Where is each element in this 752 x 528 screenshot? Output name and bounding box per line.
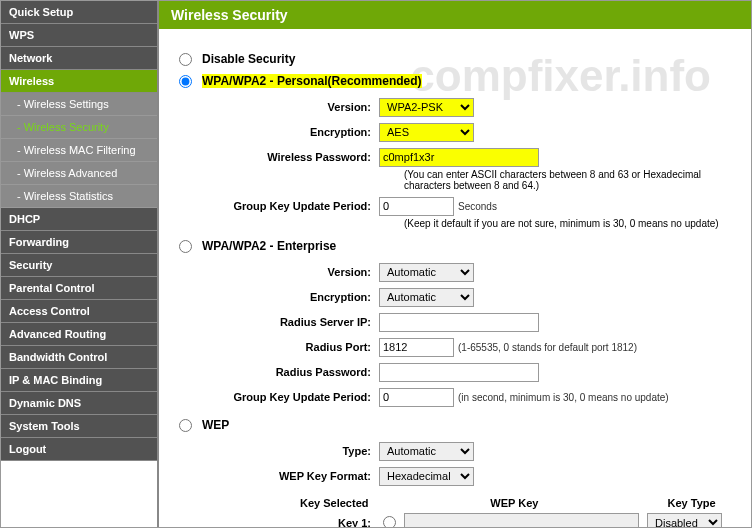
rport-hint: (1-65535, 0 stands for default port 1812…: [458, 342, 637, 353]
rip-label: Radius Server IP:: [204, 316, 379, 328]
sidebar-item[interactable]: Advanced Routing: [1, 323, 157, 346]
gkup-hint: (Keep it default if you are not sure, mi…: [404, 218, 731, 229]
disable-security-label: Disable Security: [202, 52, 295, 66]
sidebar-item[interactable]: Dynamic DNS: [1, 392, 157, 415]
wpa-enterprise-label: WPA/WPA2 - Enterprise: [202, 239, 336, 253]
wep-key-label: Key 1:: [204, 517, 379, 528]
version-label: Version:: [204, 101, 379, 113]
gkup-suffix: Seconds: [458, 201, 497, 212]
wep-type-select[interactable]: Automatic: [379, 442, 474, 461]
e-version-label: Version:: [204, 266, 379, 278]
enterprise-version-select[interactable]: Automatic: [379, 263, 474, 282]
sidebar-item[interactable]: - Wireless Advanced: [1, 162, 157, 185]
sidebar-item[interactable]: Access Control: [1, 300, 157, 323]
wep-key-1-radio[interactable]: [383, 516, 396, 527]
e-gkup-label: Group Key Update Period:: [204, 391, 379, 403]
wpa-enterprise-radio[interactable]: [179, 240, 192, 253]
wep-head-selected: Key Selected: [204, 497, 376, 509]
wep-head-key: WEP Key: [376, 497, 652, 509]
e-gkup-hint: (in second, minimum is 30, 0 means no up…: [458, 392, 669, 403]
encryption-label: Encryption:: [204, 126, 379, 138]
sidebar-item[interactable]: DHCP: [1, 208, 157, 231]
sidebar-item[interactable]: Security: [1, 254, 157, 277]
wep-key-1-input[interactable]: [404, 513, 639, 527]
enterprise-gkup-input[interactable]: [379, 388, 454, 407]
sidebar-item[interactable]: Logout: [1, 438, 157, 461]
wireless-password-input[interactable]: [379, 148, 539, 167]
sidebar-item[interactable]: - Wireless Settings: [1, 93, 157, 116]
radius-port-input[interactable]: [379, 338, 454, 357]
gkup-input[interactable]: [379, 197, 454, 216]
wep-type-label: Type:: [204, 445, 379, 457]
personal-version-select[interactable]: WPA2-PSK: [379, 98, 474, 117]
sidebar-item[interactable]: Bandwidth Control: [1, 346, 157, 369]
sidebar-item[interactable]: - Wireless Statistics: [1, 185, 157, 208]
disable-security-radio[interactable]: [179, 53, 192, 66]
rpwd-label: Radius Password:: [204, 366, 379, 378]
wep-label: WEP: [202, 418, 229, 432]
sidebar-item[interactable]: Wireless: [1, 70, 157, 93]
e-enc-label: Encryption:: [204, 291, 379, 303]
enterprise-encryption-select[interactable]: Automatic: [379, 288, 474, 307]
sidebar-item[interactable]: Network: [1, 47, 157, 70]
sidebar-item[interactable]: - Wireless MAC Filtering: [1, 139, 157, 162]
main-panel: Wireless Security compfixer.info Disable…: [159, 1, 751, 527]
wep-radio[interactable]: [179, 419, 192, 432]
password-hint: (You can enter ASCII characters between …: [404, 169, 731, 191]
sidebar: Quick SetupWPSNetworkWireless- Wireless …: [1, 1, 159, 527]
wpa-personal-label: WPA/WPA2 - Personal(Recommended): [202, 74, 422, 88]
radius-password-input[interactable]: [379, 363, 539, 382]
rport-label: Radius Port:: [204, 341, 379, 353]
sidebar-item[interactable]: Forwarding: [1, 231, 157, 254]
sidebar-item[interactable]: Quick Setup: [1, 1, 157, 24]
gkup-label: Group Key Update Period:: [204, 200, 379, 212]
wep-format-select[interactable]: Hexadecimal: [379, 467, 474, 486]
page-header: Wireless Security: [159, 1, 751, 29]
wep-fmt-label: WEP Key Format:: [204, 470, 379, 482]
wep-key-1-type[interactable]: Disabled: [647, 513, 722, 527]
wpa-personal-radio[interactable]: [179, 75, 192, 88]
sidebar-item[interactable]: System Tools: [1, 415, 157, 438]
password-label: Wireless Password:: [204, 151, 379, 163]
sidebar-item[interactable]: Parental Control: [1, 277, 157, 300]
personal-encryption-select[interactable]: AES: [379, 123, 474, 142]
sidebar-item[interactable]: - Wireless Security: [1, 116, 157, 139]
wep-head-type: Key Type: [652, 497, 731, 509]
sidebar-item[interactable]: IP & MAC Binding: [1, 369, 157, 392]
sidebar-item[interactable]: WPS: [1, 24, 157, 47]
radius-ip-input[interactable]: [379, 313, 539, 332]
